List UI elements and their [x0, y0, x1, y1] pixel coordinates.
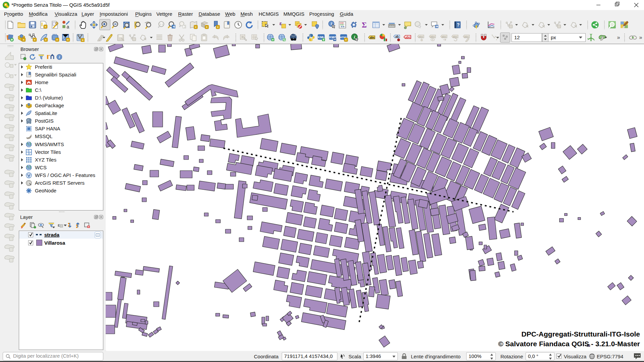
svg-text:?: ?	[457, 22, 460, 27]
svg-text:© Salvatore Fiandaca QGIS - 3.: © Salvatore Fiandaca QGIS - 3.21.0-Maste…	[498, 340, 640, 348]
svg-text:»: »	[617, 34, 620, 40]
svg-text:*: *	[57, 38, 58, 42]
svg-text:*: *	[45, 38, 47, 42]
svg-text:abc: abc	[406, 36, 411, 39]
svg-text:abc: abc	[419, 35, 423, 38]
svg-text:*: *	[45, 25, 46, 29]
svg-text:1:1: 1:1	[160, 23, 163, 26]
svg-text:*: *	[23, 38, 24, 42]
svg-text:*: *	[195, 25, 197, 29]
svg-text:a: a	[67, 24, 69, 29]
svg-text:abc: abc	[370, 36, 375, 39]
svg-text:*: *	[217, 25, 219, 29]
svg-text:*: *	[345, 38, 347, 42]
svg-text:*: *	[34, 38, 36, 42]
svg-text:»: »	[639, 34, 642, 40]
svg-text:abc: abc	[453, 35, 458, 38]
svg-text:DPC-Aggregati-Strutturali-ITG-: DPC-Aggregati-Strutturali-ITG-Isole	[521, 330, 640, 338]
svg-text:i: i	[354, 35, 355, 40]
svg-text:ab: ab	[395, 35, 398, 38]
svg-text:abc: abc	[442, 35, 446, 38]
svg-text:Σ: Σ	[362, 21, 367, 29]
svg-text:*: *	[82, 39, 84, 42]
svg-text:*: *	[67, 38, 69, 42]
svg-text:abc: abc	[430, 35, 435, 38]
svg-text:*: *	[206, 25, 208, 29]
svg-text:ε: ε	[58, 223, 60, 228]
svg-text:abc: abc	[464, 35, 469, 38]
svg-text:ε: ε	[279, 20, 282, 26]
